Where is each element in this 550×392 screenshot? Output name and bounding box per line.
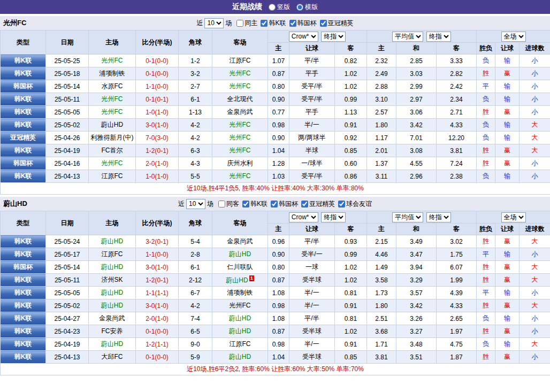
scope-select[interactable]: 全场 — [501, 212, 526, 222]
date-cell: 25-04-13 — [46, 351, 89, 364]
average-stage-select[interactable]: 终指 — [426, 212, 451, 222]
score-cell: 3-0(1-0) — [136, 299, 179, 312]
section-title-bar: 光州FC 近 10 场 同主韩K联韩国杯亚冠精英 — [0, 16, 550, 30]
filter-checkbox[interactable]: 亚冠精英 — [320, 19, 354, 28]
result-handicap-cell: 输 — [495, 248, 520, 261]
league-checkbox[interactable] — [242, 201, 249, 207]
recent-count-select[interactable]: 10 — [186, 199, 205, 209]
score-cell: 1-1(0-0) — [136, 248, 179, 261]
bookmaker-select[interactable]: Crow* — [289, 212, 318, 222]
away-team-cell: 光州FC — [212, 119, 268, 132]
league-checkbox[interactable] — [301, 201, 308, 207]
league-checkbox[interactable] — [320, 20, 327, 27]
league-checkbox[interactable] — [289, 20, 296, 27]
league-checkbox[interactable] — [338, 201, 345, 207]
handicap-line: 一球 — [289, 261, 335, 274]
result-wdl-cell: 负 — [477, 338, 495, 351]
league-type-cell: 韩K联 — [1, 170, 46, 183]
date-cell: 25-05-11 — [46, 93, 89, 106]
result-goals-cell: 小 — [520, 157, 550, 170]
bookmaker-stage-select[interactable]: 终指 — [321, 212, 346, 222]
match-row: 韩国杯25-05-14蔚山HD3-0(1-0)6-1仁川联队0.80一球1.02… — [1, 261, 550, 274]
filter-checkbox[interactable]: 亚冠精英 — [301, 199, 335, 209]
average-select[interactable]: 平均值 — [392, 212, 423, 222]
vertical-layout-radio[interactable] — [269, 4, 276, 11]
score-cell: 1-1(1-1) — [136, 287, 179, 299]
filter-checkbox[interactable]: 同主 — [236, 19, 257, 28]
layout-option-vertical[interactable]: 竖版 — [269, 3, 290, 12]
summary-row: 近10场,胜4平1负5, 胜率:40% 让胜率:40% 大率:30% 单率:80… — [1, 183, 550, 195]
league-checkbox[interactable] — [261, 20, 268, 27]
away-team-cell: 金泉尚武 — [212, 235, 268, 248]
bookmaker-stage-select[interactable]: 终指 — [321, 32, 346, 42]
avg-draw-odds: 3.27 — [396, 325, 437, 338]
date-cell: 25-05-25 — [46, 55, 89, 67]
avg-away-odds: 1.97 — [437, 325, 477, 338]
match-row: 韩K联25-05-02蔚山HD3-0(1-0)4-2光州FC0.98半/一0.9… — [1, 119, 550, 132]
horizontal-layout-radio[interactable] — [296, 4, 303, 11]
handicap-line: 半/一 — [289, 287, 335, 299]
avg-away-odds: 12.20 — [437, 132, 477, 144]
filter-checkbox[interactable]: 韩K联 — [242, 199, 268, 209]
scope-select[interactable]: 全场 — [501, 32, 526, 42]
handicap-home-odds: 0.90 — [268, 93, 289, 106]
handicap-away-odds: 0.93 — [335, 235, 367, 248]
filter-checkbox[interactable]: 韩国杯 — [289, 19, 317, 28]
average-select[interactable]: 平均值 — [392, 32, 423, 42]
result-handicap-cell: 赢 — [495, 106, 520, 119]
sub-header-handicap-line: 让球 — [289, 43, 335, 55]
avg-away-odds: 2.42 — [437, 80, 477, 93]
league-type-cell: 韩K联 — [1, 351, 46, 364]
score-cell: 3-2(0-1) — [136, 235, 179, 248]
handicap-away-odds: 1.02 — [335, 67, 367, 80]
result-wdl-cell: 负 — [477, 93, 495, 106]
recent-count-select[interactable]: 10 — [204, 18, 224, 28]
avg-home-odds: 1.80 — [367, 119, 396, 132]
date-cell: 25-05-24 — [46, 235, 89, 248]
filter-checkbox[interactable]: 同客 — [218, 199, 239, 209]
league-checkbox[interactable] — [236, 20, 243, 27]
average-stage-select[interactable]: 终指 — [426, 32, 451, 42]
result-handicap-cell: 输 — [495, 55, 520, 67]
handicap-home-odds: 1.08 — [268, 287, 289, 299]
handicap-home-odds: 0.90 — [268, 248, 289, 261]
league-type-cell: 韩K联 — [1, 235, 46, 248]
home-team-cell: 浦项制铁 — [89, 67, 136, 80]
filter-checkbox[interactable]: 球会友谊 — [338, 199, 372, 209]
match-row: 韩K联25-04-19蔚山HD1-2(1-1)9-0江原FC0.98半/一0.9… — [1, 338, 550, 351]
result-wdl-cell: 胜 — [477, 325, 495, 338]
col-header-date: 日期 — [46, 211, 89, 235]
score-cell: 1-0(1-0) — [136, 106, 179, 119]
away-team-cell: 江原FC — [212, 55, 268, 67]
avg-draw-odds: 4.55 — [396, 157, 437, 170]
league-checkbox[interactable] — [271, 201, 278, 207]
filter-checkbox[interactable]: 韩K联 — [261, 19, 286, 28]
home-team-cell: 金泉尚武 — [89, 312, 136, 325]
col-header-score: 比分(半场) — [136, 30, 179, 55]
result-goals-cell: 小 — [520, 351, 550, 364]
avg-draw-odds: 2.85 — [396, 55, 437, 67]
league-checkbox[interactable] — [218, 201, 225, 207]
home-team-cell: 蔚山HD — [89, 261, 136, 274]
bookmaker-select[interactable]: Crow* — [289, 32, 318, 42]
corner-cell: 9-0 — [179, 338, 212, 351]
section-ulsan: 蔚山HD 近 10 场 同客韩K联韩国杯亚冠精英球会友谊 类型 日期 主场 比分… — [0, 197, 550, 375]
avg-home-odds: 1.80 — [367, 299, 396, 312]
result-goals-cell: 大 — [520, 338, 550, 351]
result-wdl-cell: 胜 — [477, 106, 495, 119]
handicap-home-odds: 1.08 — [268, 312, 289, 325]
score-cell: 0-1(0-0) — [136, 55, 179, 67]
league-type-cell: 亚冠精英 — [1, 132, 46, 144]
avg-home-odds: 1.17 — [367, 132, 396, 144]
corner-cell: 2-8 — [179, 248, 212, 261]
filter-checkbox[interactable]: 韩国杯 — [271, 199, 298, 209]
result-wdl-cell: 负 — [477, 170, 495, 183]
match-row: 韩K联25-05-05蔚山HD1-1(1-1)6-7浦项制铁1.08半/一0.8… — [1, 287, 550, 299]
layout-option-horizontal[interactable]: 横版 — [296, 3, 318, 12]
result-wdl-cell: 负 — [477, 55, 495, 67]
handicap-line: 半球 — [289, 144, 335, 157]
date-cell: 25-04-27 — [46, 312, 89, 325]
avg-home-odds: 2.57 — [367, 106, 396, 119]
avg-draw-odds: 7.01 — [396, 132, 437, 144]
result-goals-cell: 小 — [520, 55, 550, 67]
